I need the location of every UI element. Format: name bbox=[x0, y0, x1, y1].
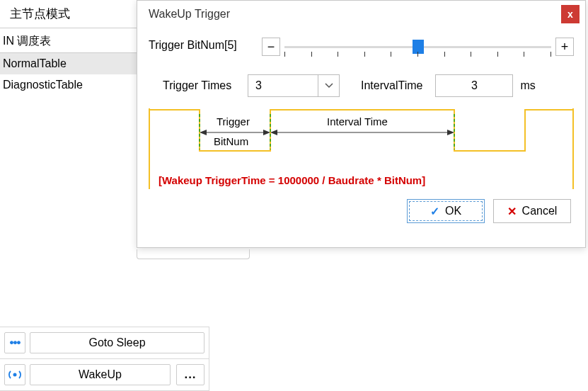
wakeup-icon[interactable] bbox=[4, 364, 25, 385]
diagram-bitnum-label: BitNum bbox=[214, 135, 248, 147]
formula-text: [Wakeup TriggerTime = 1000000 / Baudrate… bbox=[158, 174, 425, 186]
bitnum-label: Trigger BitNum[5] bbox=[149, 38, 262, 52]
wakeup-options-button[interactable]: ... bbox=[176, 364, 204, 385]
trigger-times-label: Trigger Times bbox=[149, 79, 248, 92]
trigger-times-combo[interactable]: 3 bbox=[248, 74, 340, 97]
schedule-header: IN 调度表 bbox=[0, 28, 137, 53]
bitnum-slider[interactable] bbox=[284, 38, 551, 64]
waveform-diagram: Trigger BitNum Interval Time [Wakeup Tri… bbox=[149, 108, 574, 189]
svg-marker-8 bbox=[270, 130, 277, 135]
diagram-interval-label: Interval Time bbox=[327, 115, 388, 128]
ok-button[interactable]: ✓ OK bbox=[407, 199, 485, 223]
close-button[interactable]: x bbox=[561, 5, 580, 23]
wakeup-trigger-dialog: WakeUp Trigger x Trigger BitNum[5] − + T… bbox=[137, 0, 586, 248]
dialog-title: WakeUp Trigger bbox=[149, 8, 561, 21]
interval-unit: ms bbox=[520, 79, 535, 92]
goto-sleep-icon[interactable]: ••• bbox=[4, 332, 25, 353]
svg-point-0 bbox=[13, 373, 17, 377]
interval-input[interactable] bbox=[435, 74, 513, 97]
svg-marker-5 bbox=[200, 130, 207, 135]
trigger-times-value: 3 bbox=[248, 79, 318, 92]
bottom-panel: ••• Goto Sleep WakeUp ... bbox=[0, 327, 209, 391]
bitnum-increment[interactable]: + bbox=[555, 38, 574, 56]
tab-border bbox=[137, 249, 250, 259]
diagram-trigger-label: Trigger bbox=[217, 115, 250, 128]
check-icon: ✓ bbox=[430, 205, 439, 218]
wakeup-button[interactable]: WakeUp bbox=[30, 364, 171, 385]
svg-marker-6 bbox=[263, 130, 270, 135]
schedule-item-normal[interactable]: NormalTable bbox=[0, 53, 137, 74]
chevron-down-icon[interactable] bbox=[318, 75, 339, 96]
schedule-item-diagnostic[interactable]: DiagnosticTable bbox=[0, 74, 137, 96]
interval-label: IntervalTime bbox=[361, 79, 422, 92]
cancel-label: Cancel bbox=[522, 205, 558, 217]
mode-header: 主节点模式 bbox=[0, 0, 137, 28]
svg-marker-9 bbox=[447, 130, 454, 135]
cancel-button[interactable]: ✕ Cancel bbox=[493, 199, 571, 223]
goto-sleep-button[interactable]: Goto Sleep bbox=[30, 332, 204, 353]
sidebar: 主节点模式 IN 调度表 NormalTable DiagnosticTable bbox=[0, 0, 137, 96]
titlebar: WakeUp Trigger x bbox=[137, 1, 585, 28]
x-icon: ✕ bbox=[507, 205, 517, 218]
bitnum-decrement[interactable]: − bbox=[262, 38, 280, 56]
ok-label: OK bbox=[445, 205, 461, 217]
